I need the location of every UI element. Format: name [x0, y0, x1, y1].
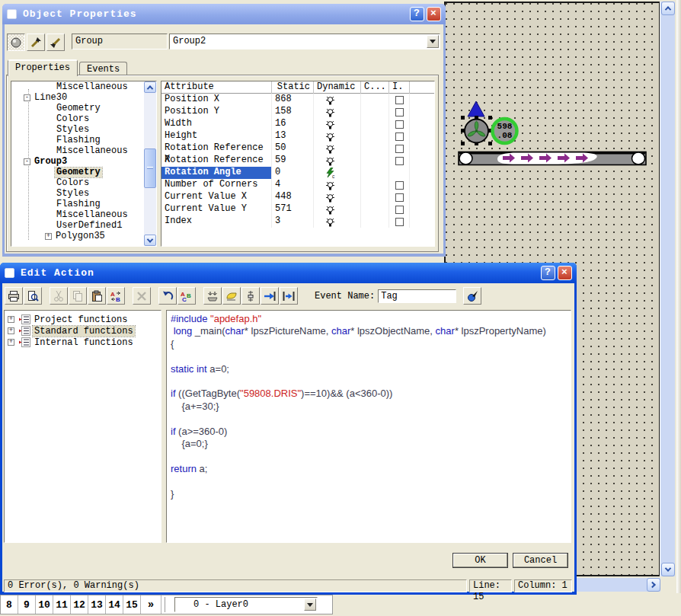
indirect-checkbox[interactable] — [395, 145, 404, 153]
attribute-static-value[interactable]: 3 — [272, 215, 314, 228]
tab-properties[interactable]: Properties — [8, 59, 78, 76]
column-header-i[interactable]: I. — [389, 81, 410, 94]
column-header-static[interactable]: Static — [272, 81, 314, 94]
attribute-row[interactable]: Rotation Reference X50 — [161, 142, 434, 155]
attribute-static-value[interactable]: 571 — [272, 203, 314, 215]
paste-button[interactable] — [88, 287, 106, 305]
tree-item[interactable]: Colors — [11, 177, 156, 188]
direction-triangle[interactable] — [468, 101, 484, 116]
tree-item[interactable]: -Line30 — [11, 92, 156, 103]
indirect-checkbox[interactable] — [395, 132, 404, 141]
attribute-dynamic-cell[interactable] — [314, 215, 361, 228]
attribute-dynamic-cell[interactable] — [314, 142, 361, 155]
attribute-static-value[interactable]: 59 — [272, 155, 314, 167]
scroll-right-button[interactable] — [647, 578, 660, 592]
collapse-icon[interactable]: - — [24, 158, 30, 165]
attribute-row[interactable]: Height13 — [161, 130, 434, 142]
syntax-check-button[interactable]: ABC — [177, 287, 196, 305]
value-indicator[interactable]: 598 .08 — [493, 119, 517, 143]
layer-button-9[interactable]: 9 — [18, 595, 36, 614]
indirect-checkbox[interactable] — [395, 181, 404, 190]
cancel-button[interactable]: Cancel — [513, 553, 568, 568]
cut-button[interactable] — [50, 287, 68, 305]
tree-item[interactable]: Styles — [11, 188, 156, 199]
attribute-row[interactable]: Position Y158 — [161, 106, 434, 118]
help-button[interactable]: ? — [410, 7, 424, 21]
tree-item[interactable]: -Group3 — [11, 156, 156, 167]
expand-icon[interactable]: + — [8, 316, 14, 323]
fan-object[interactable] — [465, 120, 488, 143]
scroll-up-button[interactable] — [661, 2, 675, 15]
tree-item[interactable]: Colors — [11, 113, 156, 124]
attribute-row[interactable]: Position X868 — [161, 94, 434, 106]
ok-button[interactable]: OK — [452, 553, 508, 568]
function-tree-item[interactable]: +Standard functions — [5, 325, 161, 337]
expand-icon[interactable]: + — [8, 339, 14, 346]
layer-more-button[interactable]: » — [141, 595, 161, 614]
properties-tree[interactable]: Miscellaneous-Line30GeometryColorsStyles… — [11, 81, 157, 247]
pick-properties-button[interactable] — [46, 34, 65, 51]
tree-item[interactable]: Miscellaneous — [11, 81, 156, 92]
attribute-dynamic-cell[interactable] — [314, 94, 361, 106]
indirect-checkbox[interactable] — [395, 96, 404, 104]
tree-item[interactable]: Flashing — [11, 135, 156, 145]
edit-action-titlebar[interactable]: Edit Action ? × — [0, 263, 577, 283]
attribute-static-value[interactable]: 0 — [272, 167, 314, 179]
layer-button-11[interactable]: 11 — [53, 595, 71, 614]
attribute-static-value[interactable]: 4 — [272, 179, 314, 191]
collapse-icon[interactable]: - — [24, 94, 30, 101]
layer-button-14[interactable]: 14 — [106, 595, 123, 614]
attribute-static-value[interactable]: 13 — [272, 130, 314, 142]
delete-button[interactable] — [133, 287, 151, 305]
indirect-checkbox[interactable] — [395, 157, 404, 165]
pipe-object[interactable] — [459, 152, 646, 165]
canvas-vertical-scrollbar[interactable] — [660, 2, 675, 576]
layer-button-13[interactable]: 13 — [88, 595, 106, 614]
attribute-row[interactable]: Index3 — [161, 215, 434, 228]
attribute-dynamic-cell[interactable] — [314, 130, 361, 142]
attribute-dynamic-cell[interactable] — [314, 191, 361, 203]
function-tree-item[interactable]: +Internal functions — [5, 337, 161, 348]
attribute-dynamic-cell[interactable] — [314, 118, 361, 130]
object-name-combo[interactable]: Group2 — [169, 34, 440, 49]
attribute-row[interactable]: Current Value X448 — [161, 191, 434, 203]
attribute-static-value[interactable]: 448 — [272, 191, 314, 203]
compile-button[interactable] — [203, 287, 222, 305]
function-tree[interactable]: +Project functions+Standard functions+In… — [4, 310, 161, 543]
export-action-button[interactable] — [280, 287, 298, 305]
layer-select[interactable]: 0 - Layer0 — [174, 597, 318, 612]
tree-item[interactable]: Styles — [11, 124, 156, 135]
column-header-c[interactable]: C... — [361, 81, 389, 94]
replace-button[interactable]: AB — [107, 287, 125, 305]
attribute-static-value[interactable]: 158 — [272, 106, 314, 118]
close-button[interactable]: × — [558, 266, 572, 280]
attribute-row[interactable]: Rotation Angle0c — [161, 167, 434, 179]
tree-item[interactable]: Miscellaneous — [11, 209, 156, 220]
apply-properties-button[interactable] — [27, 34, 45, 51]
layer-button-10[interactable]: 10 — [36, 595, 53, 614]
layer-button-8[interactable]: 8 — [1, 595, 18, 614]
attribute-row[interactable]: Current Value Y571 — [161, 203, 434, 215]
indirect-checkbox[interactable] — [395, 218, 404, 226]
function-tree-item[interactable]: +Project functions — [5, 314, 161, 325]
attribute-row[interactable]: Width16 — [161, 118, 434, 130]
tag-select-button[interactable] — [463, 287, 481, 305]
tree-item[interactable]: +Polygon35 — [11, 231, 156, 241]
pin-button[interactable] — [7, 34, 25, 51]
attribute-row[interactable]: Number of Corners4 — [161, 179, 434, 191]
attribute-dynamic-cell[interactable] — [314, 106, 361, 118]
expand-icon[interactable]: + — [8, 327, 14, 334]
code-editor[interactable]: #include "apdefap.h" long _main(char* lp… — [166, 310, 571, 543]
column-header-dynamic[interactable]: Dynamic — [314, 81, 361, 94]
tree-item[interactable]: Geometry — [11, 167, 156, 177]
column-header-attribute[interactable]: Attribute — [161, 81, 272, 94]
tree-item[interactable]: Geometry — [11, 103, 156, 113]
indirect-checkbox[interactable] — [395, 206, 404, 214]
tree-item[interactable]: UserDefined1 — [11, 220, 156, 231]
layer-button-12[interactable]: 12 — [71, 595, 88, 614]
attribute-dynamic-cell[interactable] — [314, 155, 361, 167]
attribute-dynamic-cell[interactable] — [314, 179, 361, 191]
parameters-button[interactable] — [241, 287, 260, 305]
tree-item[interactable]: Miscellaneous — [11, 145, 156, 156]
layer-button-15[interactable]: 15 — [123, 595, 141, 614]
